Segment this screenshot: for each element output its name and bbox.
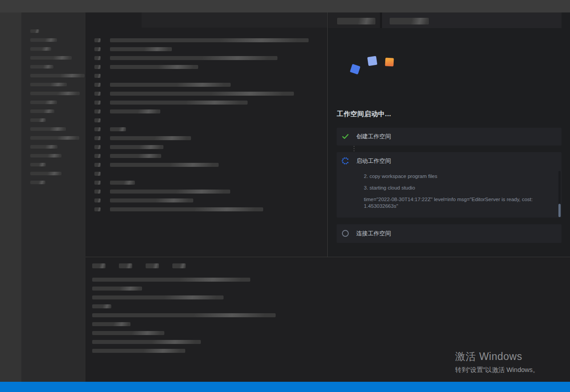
skeleton-checkbox: [94, 163, 101, 167]
status-bar: [0, 382, 570, 392]
skeleton-checkbox: [94, 145, 101, 149]
log-scrollbar-thumb[interactable]: [558, 204, 561, 217]
step-start-workspace: 启动工作空间 2. copy workspace program files 3…: [337, 152, 562, 218]
skeleton-tab: [146, 263, 159, 268]
skeleton-checkbox: [94, 83, 101, 87]
skeleton-bar: [30, 118, 46, 122]
log-line: time="2022-08-30T14:17:22Z" level=info m…: [364, 196, 553, 210]
skeleton-bar: [110, 56, 277, 60]
skeleton-bar: [30, 163, 46, 166]
skeleton-checkbox: [94, 198, 101, 202]
skeleton-bar: [30, 56, 72, 60]
bottom-lines-skeleton: [92, 278, 276, 358]
skeleton-checkbox: [94, 127, 101, 131]
check-icon: [342, 133, 349, 140]
skeleton-bar: [110, 190, 230, 194]
skeleton-bar: [110, 145, 163, 149]
skeleton-bar: [110, 207, 263, 211]
skeleton-bar: [30, 47, 51, 51]
skeleton-checkbox: [94, 172, 101, 176]
logo-cube-orange-icon: [385, 58, 394, 67]
skeleton-checkbox: [94, 47, 101, 51]
skeleton-bar: [30, 127, 66, 131]
skeleton-bar: [92, 340, 201, 344]
skeleton-checkbox: [94, 56, 101, 60]
skeleton-bar: [92, 278, 250, 282]
spinner-icon: [342, 157, 349, 165]
log-line: 3. starting cloud studio: [364, 185, 553, 191]
tab-skeleton-bar: [390, 18, 429, 24]
sidebar-skeleton-list: [30, 29, 85, 190]
sidebar-skeleton-panel: [21, 12, 86, 382]
skeleton-bar: [30, 65, 53, 69]
skeleton-bar: [110, 101, 248, 105]
skeleton-bar: [110, 136, 191, 140]
skeleton-bar: [30, 83, 67, 86]
skeleton-bar: [110, 47, 172, 51]
step-create-workspace: 创建工作空间: [337, 128, 562, 145]
tab-skeleton-bar: [337, 18, 375, 24]
step-label: 创建工作空间: [356, 128, 391, 145]
skeleton-bar: [92, 287, 142, 291]
skeleton-bar: [92, 295, 224, 299]
skeleton-bar: [92, 322, 130, 326]
skeleton-bar: [30, 136, 79, 140]
startup-title: 工作空间启动中...: [337, 110, 391, 118]
right-tab-strip: [328, 12, 562, 28]
logo-cube-blue-icon: [350, 64, 361, 75]
step-connect-workspace: 连接工作空间: [337, 224, 562, 243]
watermark-line1: 激活 Windows: [455, 350, 539, 364]
skeleton-bar: [110, 65, 198, 69]
skeleton-bar: [110, 83, 231, 87]
circle-icon: [342, 230, 349, 237]
step-label: 启动工作空间: [356, 152, 391, 170]
workspace-startup-panel: 工作空间启动中... 创建工作空间 启动工作空间 2. copy workspa: [327, 12, 570, 257]
skeleton-bar: [30, 154, 61, 158]
watermark-line2: 转到“设置”以激活 Windows。: [455, 366, 539, 374]
skeleton-checkbox: [94, 65, 101, 69]
bottom-tabs-skeleton: [92, 262, 199, 270]
startup-log: 2. copy workspace program files 3. start…: [364, 173, 553, 214]
skeleton-tab: [172, 263, 186, 268]
skeleton-checkbox: [94, 181, 101, 185]
file-list-panel: [86, 12, 327, 257]
skeleton-checkbox: [94, 154, 101, 158]
step-label: 连接工作空间: [356, 224, 391, 243]
skeleton-bar: [30, 29, 39, 33]
skeleton-bar: [30, 172, 61, 175]
skeleton-tab: [92, 263, 106, 268]
skeleton-bar: [30, 181, 45, 184]
skeleton-checkbox: [94, 190, 101, 194]
skeleton-bar: [110, 154, 161, 158]
activate-windows-watermark: 激活 Windows 转到“设置”以激活 Windows。: [455, 350, 539, 374]
skeleton-bar: [30, 92, 80, 95]
skeleton-bar: [30, 38, 57, 42]
skeleton-bar: [92, 349, 185, 353]
skeleton-checkbox: [94, 92, 101, 96]
skeleton-bar: [110, 127, 126, 131]
skeleton-bar: [92, 331, 164, 335]
step-connector-dots: [354, 146, 354, 153]
skeleton-checkbox: [94, 38, 101, 42]
skeleton-bar: [110, 92, 294, 96]
tab-strip: [142, 12, 327, 28]
skeleton-bar: [30, 74, 85, 77]
skeleton-checkbox: [94, 118, 101, 122]
skeleton-bar: [110, 181, 135, 185]
skeleton-bar: [30, 145, 57, 149]
skeleton-bar: [92, 304, 111, 308]
log-line: 2. copy workspace program files: [364, 173, 553, 180]
app-window: 工作空间启动中... 创建工作空间 启动工作空间 2. copy workspa: [0, 0, 570, 392]
skeleton-checkbox: [94, 136, 101, 140]
skeleton-bar: [30, 109, 54, 113]
skeleton-bar: [110, 198, 193, 202]
skeleton-bar: [92, 313, 276, 317]
skeleton-bar: [30, 101, 57, 104]
skeleton-checkbox: [94, 109, 101, 113]
skeleton-checkbox: [94, 101, 101, 105]
skeleton-bar: [110, 38, 309, 42]
skeleton-checkbox: [94, 207, 101, 211]
skeleton-tab: [119, 263, 132, 268]
tab-divider: [380, 12, 382, 28]
log-scrollbar: [558, 171, 561, 218]
